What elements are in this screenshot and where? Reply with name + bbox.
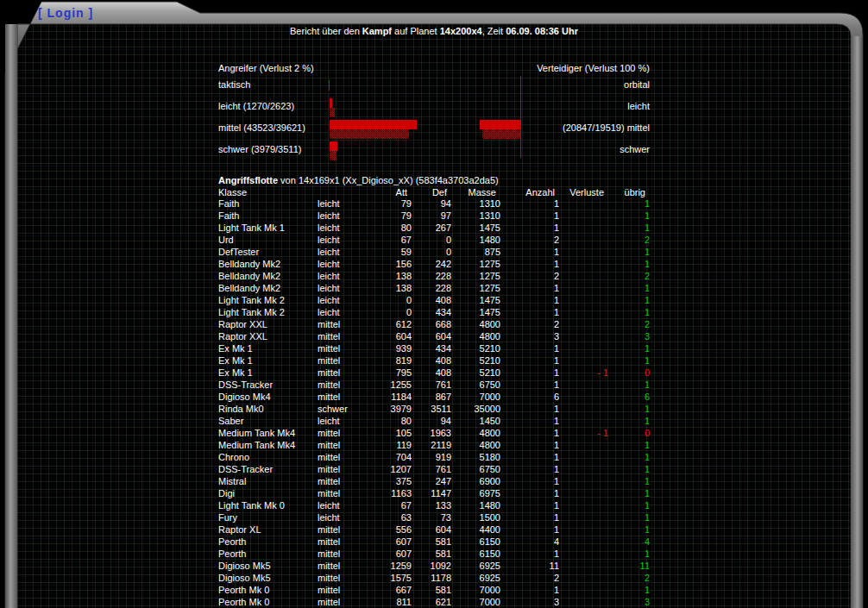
cell-att: 138 [354, 282, 412, 294]
cell-masse: 1480 [451, 234, 500, 246]
cell-verluste [559, 222, 608, 234]
cell-anzahl: 1 [500, 379, 559, 391]
cell-uebrig: 1 [608, 379, 650, 391]
col-class2 [318, 186, 354, 198]
cell-def: 919 [412, 451, 451, 463]
attacker-bar-after [330, 108, 335, 117]
cell-class: mittel [318, 572, 354, 584]
cell-anzahl: 1 [500, 548, 559, 560]
cell-verluste [559, 391, 608, 403]
cell-att: 375 [354, 475, 412, 487]
attacker-bar-after [330, 151, 337, 160]
cell-uebrig: 1 [608, 499, 650, 511]
cell-class: mittel [318, 475, 354, 487]
table-row: Peorthmittel607581615011 [218, 548, 650, 560]
cell-masse: 4800 [451, 318, 500, 330]
defender-header: Verteidiger (Verlust 100 %) [391, 63, 650, 74]
table-row: Furyleicht6373150011 [218, 511, 650, 523]
cell-name: Raptor XXL [218, 318, 318, 330]
report-content: Bericht über den Kampf auf Planet 14x200… [17, 23, 851, 608]
table-row: Peorth Mk 0mittel667581700011 [218, 584, 650, 596]
cell-name: Belldandy Mk2 [218, 258, 318, 270]
cell-class: mittel [318, 536, 354, 548]
col-anzahl: Anzahl [500, 186, 559, 198]
cell-name: Medium Tank Mk4 [218, 427, 318, 439]
cell-uebrig: 1 [608, 451, 650, 463]
cell-masse: 4800 [451, 427, 500, 439]
cell-att: 939 [354, 342, 412, 354]
cell-verluste [559, 499, 608, 511]
attacker-bar-before [330, 141, 337, 151]
defender-bar-after [482, 129, 521, 139]
col-uebrig: übrig [608, 186, 650, 198]
cell-anzahl: 2 [500, 270, 559, 282]
cell-name: Light Tank Mk 2 [218, 294, 318, 306]
title-text: auf Planet [392, 26, 440, 36]
cell-verluste [559, 415, 608, 427]
cell-anzahl: 3 [500, 596, 559, 608]
cell-anzahl: 1 [500, 342, 559, 354]
table-row: DefTesterleicht59087511 [218, 246, 650, 258]
table-row: Light Tank Mk 1leicht80267147511 [218, 222, 650, 234]
cell-class: mittel [318, 451, 354, 463]
cell-def: 581 [412, 584, 451, 596]
cell-class: leicht [318, 499, 354, 511]
cell-class: schwer [318, 403, 354, 415]
cell-name: Peorth Mk 0 [218, 596, 318, 608]
cell-att: 607 [354, 548, 412, 560]
col-def: Def [412, 186, 451, 198]
login-link[interactable]: [ Login ] [38, 6, 93, 20]
cell-name: Medium Tank Mk4 [218, 439, 318, 451]
cell-uebrig: 1 [608, 294, 650, 306]
cell-masse: 1310 [451, 210, 500, 222]
cell-def: 73 [412, 511, 451, 523]
cell-att: 0 [354, 306, 412, 318]
cell-class: mittel [318, 487, 354, 499]
cell-name: Digioso Mk5 [218, 572, 318, 584]
cell-att: 67 [354, 499, 412, 511]
table-row: Raptor XXLmittel604604480033 [218, 330, 650, 342]
cell-masse: 5210 [451, 354, 500, 367]
table-row: Saberleicht8094145011 [218, 415, 650, 427]
cell-att: 1207 [354, 463, 412, 475]
cell-masse: 6150 [451, 548, 500, 560]
cell-class: leicht [318, 270, 354, 282]
cell-name: Digioso Mk4 [218, 391, 318, 403]
cell-name: Saber [218, 415, 318, 427]
cell-att: 138 [354, 270, 412, 282]
cell-anzahl: 1 [500, 463, 559, 475]
cell-verluste [559, 234, 608, 246]
cell-class: leicht [318, 197, 354, 210]
cell-verluste [559, 354, 608, 367]
cell-att: 1575 [354, 572, 412, 584]
cell-att: 59 [354, 246, 412, 258]
cell-uebrig: 1 [608, 403, 650, 415]
cell-masse: 5180 [451, 451, 500, 463]
col-verluste: Verluste [559, 186, 608, 198]
cell-anzahl: 1 [500, 258, 559, 270]
cell-def: 1178 [412, 572, 451, 584]
cell-class: leicht [318, 222, 354, 234]
defender-axis-line [520, 76, 521, 158]
cell-def: 1963 [412, 427, 451, 439]
fleet-table-header: Klasse Att Def Masse Anzahl Verluste übr… [218, 186, 650, 198]
cell-anzahl: 1 [500, 584, 559, 596]
table-row: Raptor XLmittel556604440011 [218, 523, 650, 536]
cell-verluste [559, 511, 608, 523]
cell-att: 795 [354, 367, 412, 379]
cell-masse: 7000 [451, 596, 500, 608]
cell-anzahl: 4 [500, 536, 559, 548]
cell-name: Digi [218, 487, 318, 499]
cell-name: Mistral [218, 475, 318, 487]
cell-name: Rinda Mk0 [218, 403, 318, 415]
cell-verluste [559, 258, 608, 270]
cell-anzahl: 1 [500, 451, 559, 463]
cell-name: DefTester [218, 246, 318, 258]
defender-bar-before [480, 120, 521, 129]
cell-uebrig: 1 [608, 487, 650, 499]
cell-name: Digioso Mk5 [218, 560, 318, 572]
cell-name: Light Tank Mk 0 [218, 499, 318, 511]
cell-def: 0 [412, 234, 451, 246]
cell-class: mittel [318, 427, 354, 439]
cell-att: 80 [354, 222, 412, 234]
